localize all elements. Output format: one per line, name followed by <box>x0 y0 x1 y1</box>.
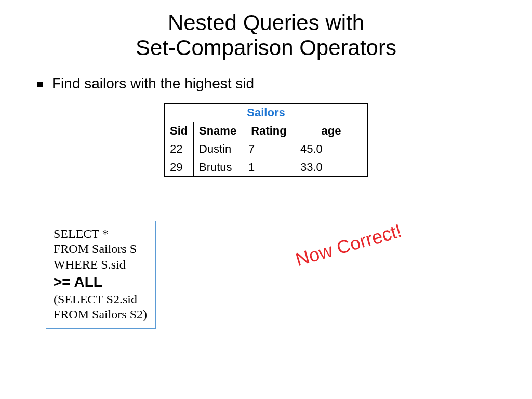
query-line: FROM Sailors S <box>54 242 147 257</box>
sql-query-box: SELECT * FROM Sailors S WHERE S.sid >= A… <box>46 221 156 329</box>
cell-sname: Dustin <box>194 140 243 158</box>
cell-sid: 29 <box>165 158 194 176</box>
col-header-sname: Sname <box>194 122 243 140</box>
sailors-table: Sailors Sid Sname Rating age 22 Dustin 7… <box>164 103 368 177</box>
query-line: (SELECT S2.sid <box>54 292 147 307</box>
sailors-table-wrap: Sailors Sid Sname Rating age 22 Dustin 7… <box>0 103 532 177</box>
query-line: WHERE S.sid <box>54 257 147 272</box>
title-line-1: Nested Queries with <box>168 10 364 35</box>
col-header-sid: Sid <box>165 122 194 140</box>
bullet-square-icon <box>37 82 43 87</box>
table-row: 29 Brutus 1 33.0 <box>165 158 368 176</box>
slide-title: Nested Queries with Set-Comparison Opera… <box>0 10 532 61</box>
table-row: 22 Dustin 7 45.0 <box>165 140 368 158</box>
query-line-emph: >= ALL <box>54 273 147 291</box>
bullet-item: Find sailors with the highest sid <box>37 75 532 92</box>
cell-rating: 7 <box>243 140 295 158</box>
cell-rating: 1 <box>243 158 295 176</box>
query-line: SELECT * <box>54 227 147 242</box>
cell-sname: Brutus <box>194 158 243 176</box>
title-line-2: Set-Comparison Operators <box>136 35 396 60</box>
cell-age: 45.0 <box>295 140 368 158</box>
table-header-row: Sid Sname Rating age <box>165 122 368 140</box>
table-caption-row: Sailors <box>165 103 368 122</box>
col-header-rating: Rating <box>243 122 295 140</box>
table-caption: Sailors <box>165 103 368 122</box>
cell-age: 33.0 <box>295 158 368 176</box>
now-correct-callout: Now Correct! <box>293 220 404 271</box>
query-line: FROM Sailors S2) <box>54 307 147 322</box>
col-header-age: age <box>295 122 368 140</box>
bullet-text: Find sailors with the highest sid <box>52 75 254 92</box>
cell-sid: 22 <box>165 140 194 158</box>
